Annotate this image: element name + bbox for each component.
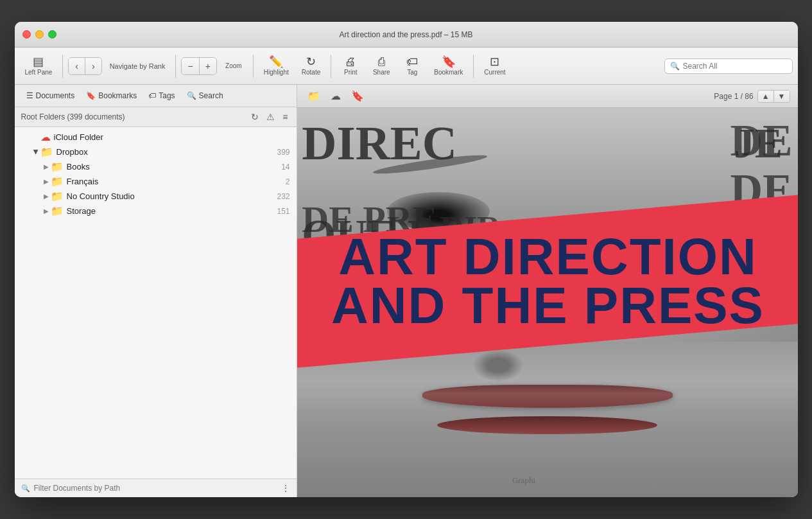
francais-count: 2	[286, 177, 290, 186]
zoom-out-button[interactable]: −	[182, 58, 199, 75]
tree-item-storage[interactable]: ▶ 📁 Storage 151	[15, 204, 297, 218]
sidebar-header: Root Folders (399 documents) ↻ ⚠ ≡	[15, 107, 297, 127]
dropbox-count: 399	[277, 148, 289, 157]
current-icon: ⊡	[490, 56, 499, 67]
print-icon: 🖨	[345, 56, 356, 67]
tree-item-francais[interactable]: ▶ 📁 Français 2	[15, 174, 297, 189]
print-button[interactable]: 🖨 Print	[336, 53, 365, 78]
search-tab-icon: 🔍	[187, 91, 196, 100]
books-folder-icon: 📁	[51, 161, 64, 173]
share-button[interactable]: ⎙ Share	[367, 53, 395, 78]
pdf-page: DIREC JE DEDEDEDE QUE D LA DIRE DE PREDE…	[297, 108, 798, 497]
toolbar-separator-4	[331, 55, 331, 78]
book-cover: DIREC JE DEDEDEDE QUE D LA DIRE DE PREDE…	[297, 108, 798, 497]
toolbar: ▤ Left Pane ‹ › Navigate by Rank − + Zoo…	[15, 48, 798, 85]
bookmarks-icon: 🔖	[86, 91, 96, 100]
tree-item-icloud[interactable]: ☁ iCloud Folder	[15, 130, 297, 145]
search-icon: 🔍	[670, 62, 680, 71]
bottom-caption-left: Graphi	[512, 475, 535, 486]
face-lower-area	[297, 342, 798, 497]
window-title: Art direction and the press.pdf – 15 MB	[339, 30, 472, 39]
text-direc: DIREC	[302, 116, 457, 171]
zoom-in-button[interactable]: +	[200, 58, 216, 75]
tab-documents[interactable]: ☰ Documents	[21, 89, 80, 103]
documents-icon: ☰	[26, 91, 33, 100]
books-count: 14	[281, 163, 289, 172]
pdf-viewer: 📁 ☁ 🔖 Page 1 / 86 ▲ ▼	[297, 85, 798, 497]
bookmark-icon: 🔖	[442, 56, 456, 67]
sidebar-filter: 🔍 ⋮	[15, 479, 297, 497]
rotate-button[interactable]: ↻ Rotate	[297, 53, 325, 78]
sidebar-header-actions: ↻ ⚠ ≡	[249, 111, 289, 123]
icloud-icon: ☁	[40, 131, 51, 143]
bookmark-button[interactable]: 🔖 Bookmark	[429, 53, 468, 78]
dropbox-folder-icon: 📁	[40, 146, 53, 158]
list-options-button[interactable]: ≡	[281, 111, 289, 123]
highlight-icon: ✏️	[269, 56, 283, 67]
nose-area	[472, 349, 524, 382]
pdf-content[interactable]: DIREC JE DEDEDEDE QUE D LA DIRE DE PREDE…	[297, 108, 798, 497]
current-button[interactable]: ⊡ Current	[479, 53, 510, 78]
highlight-button[interactable]: ✏️ Highlight	[259, 53, 294, 78]
toolbar-separator-3	[253, 55, 254, 78]
zoom-label-button[interactable]: Zoom	[220, 60, 248, 72]
books-folder-label: Books	[67, 162, 278, 172]
navigate-forward-button[interactable]: ›	[85, 58, 101, 75]
zoom-buttons: − +	[181, 57, 216, 75]
tree-item-books[interactable]: ▶ 📁 Books 14	[15, 159, 297, 174]
main-window: Art direction and the press.pdf – 15 MB …	[15, 22, 798, 497]
tree-arrow-storage: ▶	[42, 207, 51, 215]
lips-upper	[422, 385, 673, 408]
tree-arrow-no-country-studio: ▶	[42, 193, 51, 200]
no-country-studio-folder-icon: 📁	[51, 190, 64, 202]
tab-tags[interactable]: 🏷 Tags	[143, 89, 180, 103]
traffic-lights	[22, 30, 56, 39]
banner-text: ART DIRECTION AND THE PRESS	[331, 233, 764, 330]
refresh-button[interactable]: ↻	[249, 111, 261, 123]
maximize-button[interactable]	[48, 30, 56, 39]
pdf-bookmark-bar-icon[interactable]: 🔖	[349, 89, 367, 103]
no-country-studio-count: 232	[277, 192, 289, 201]
search-input[interactable]	[683, 62, 787, 71]
page-number-label: Page 1 / 86	[714, 92, 753, 101]
main-content: ☰ Documents 🔖 Bookmarks 🏷 Tags 🔍 Search	[15, 85, 798, 497]
navigate-by-rank-button[interactable]: Navigate by Rank	[105, 60, 171, 73]
search-box[interactable]: 🔍	[664, 58, 793, 74]
next-page-button[interactable]: ▼	[774, 91, 790, 102]
close-button[interactable]	[22, 30, 31, 39]
francais-folder-label: Français	[67, 177, 282, 186]
pdf-toolbar: 📁 ☁ 🔖 Page 1 / 86 ▲ ▼	[297, 85, 798, 108]
lips-lower	[437, 416, 657, 434]
tab-bookmarks[interactable]: 🔖 Bookmarks	[81, 89, 142, 103]
rotate-icon: ↻	[306, 56, 316, 67]
filter-toggle-button[interactable]: ⋮	[281, 483, 290, 493]
tag-button[interactable]: 🏷 Tag	[398, 53, 426, 78]
left-pane-button[interactable]: ▤ Left Pane	[20, 53, 58, 78]
icloud-folder-label: iCloud Folder	[54, 132, 290, 142]
pdf-folder-icon[interactable]: 📁	[305, 89, 323, 103]
filter-search-icon: 🔍	[21, 484, 30, 493]
tab-search[interactable]: 🔍 Search	[182, 89, 229, 103]
folder-tree: ☁ iCloud Folder ▶ 📁 Dropbox 399 ▶ 📁	[15, 127, 297, 479]
francais-folder-icon: 📁	[51, 175, 64, 188]
sidebar: ☰ Documents 🔖 Bookmarks 🏷 Tags 🔍 Search	[15, 85, 297, 497]
pdf-cloud-icon[interactable]: ☁	[328, 89, 343, 103]
sidebar-tabs: ☰ Documents 🔖 Bookmarks 🏷 Tags 🔍 Search	[15, 85, 297, 107]
prev-page-button[interactable]: ▲	[758, 91, 774, 102]
tree-item-no-country-studio[interactable]: ▶ 📁 No Country Studio 232	[15, 189, 297, 204]
storage-folder-label: Storage	[67, 206, 273, 216]
no-country-studio-folder-label: No Country Studio	[67, 191, 273, 201]
tree-item-dropbox[interactable]: ▶ 📁 Dropbox 399	[15, 145, 297, 159]
tag-icon: 🏷	[406, 56, 418, 67]
toolbar-separator-1	[62, 55, 63, 78]
left-pane-icon: ▤	[33, 56, 44, 67]
navigate-buttons: ‹ ›	[68, 57, 101, 75]
pdf-page-info: Page 1 / 86 ▲ ▼	[714, 90, 790, 103]
title-bar: Art direction and the press.pdf – 15 MB	[15, 22, 798, 48]
minimize-button[interactable]	[35, 30, 44, 39]
navigate-back-button[interactable]: ‹	[69, 58, 85, 75]
tree-arrow-dropbox: ▶	[32, 148, 39, 157]
filter-input[interactable]	[34, 484, 277, 493]
storage-folder-icon: 📁	[51, 205, 64, 217]
warning-button[interactable]: ⚠	[264, 111, 277, 123]
